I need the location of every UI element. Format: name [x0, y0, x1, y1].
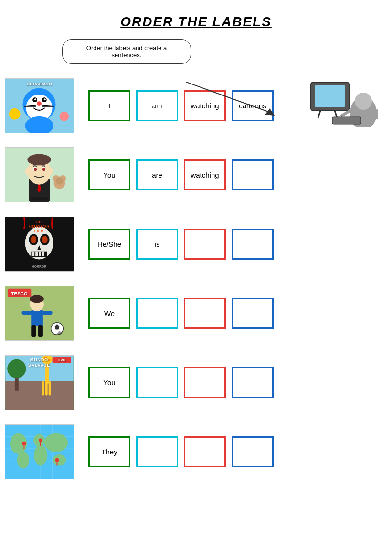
svg-line-0	[186, 82, 272, 113]
exercise-row-2: MR.BEAN You are watching	[0, 143, 392, 207]
map-image	[5, 425, 74, 479]
label-text-1-1: I	[108, 102, 110, 110]
exercise-row-3: THE HORROR FILM HORROR He/She is	[0, 212, 392, 276]
label-text-6-1: They	[101, 448, 117, 456]
exercise-rows: DORAEMON I am watching cartoons	[0, 74, 392, 484]
row-6-labels: They	[88, 436, 392, 467]
svg-point-38	[49, 168, 53, 175]
svg-point-27	[59, 112, 69, 121]
svg-text:DORAEMON: DORAEMON	[27, 82, 52, 86]
label-text-2-2: are	[152, 171, 162, 179]
svg-rect-3	[315, 85, 345, 107]
instructions-arrow	[186, 77, 282, 116]
svg-point-102	[17, 452, 30, 469]
svg-rect-55	[39, 252, 41, 256]
svg-point-65	[30, 295, 44, 303]
svg-point-106	[53, 454, 66, 466]
label-box-4-2[interactable]	[136, 298, 178, 329]
label-box-4-1[interactable]: We	[88, 298, 130, 329]
exercise-row-6: They	[0, 420, 392, 484]
row-4-labels: We	[88, 298, 392, 329]
row-2-labels: You are watching	[88, 159, 392, 190]
exercise-row-5: MUNDO SALVAJE DVD You	[0, 350, 392, 415]
label-text-2-3: watching	[191, 171, 219, 179]
label-box-2-1[interactable]: You	[88, 159, 130, 190]
label-box-6-4[interactable]	[232, 436, 274, 467]
label-box-4-3[interactable]	[184, 298, 226, 329]
svg-point-86	[7, 359, 26, 378]
label-box-5-4[interactable]	[232, 367, 274, 398]
label-text-2-1: You	[103, 171, 115, 179]
label-text-1-2: am	[152, 102, 162, 110]
label-text-4-1: We	[104, 309, 115, 317]
label-box-1-1[interactable]: I	[88, 90, 130, 121]
svg-rect-84	[49, 381, 51, 395]
page-title: ORDER THE LABELS	[0, 14, 392, 30]
label-box-3-2[interactable]: is	[136, 229, 178, 260]
svg-rect-68	[22, 311, 32, 315]
row-2-image: MR.BEAN	[5, 147, 74, 202]
svg-text:FILM: FILM	[34, 229, 44, 232]
svg-rect-66	[31, 325, 36, 337]
instructions-box: Order the labels and create a sentences.	[62, 39, 191, 64]
svg-text:DVD: DVD	[58, 358, 66, 362]
cartoon-image: DORAEMON	[5, 79, 74, 133]
label-box-2-3[interactable]: watching	[184, 159, 226, 190]
svg-text:MUNDO: MUNDO	[30, 358, 48, 362]
svg-line-8	[342, 111, 350, 116]
svg-point-49	[31, 236, 36, 243]
svg-point-20	[37, 101, 42, 106]
label-box-1-2[interactable]: am	[136, 90, 178, 121]
svg-point-7	[355, 93, 372, 110]
svg-text:MR.BEAN: MR.BEAN	[31, 196, 48, 200]
label-text-5-1: You	[103, 379, 115, 387]
exercise-row-4: TESCO We	[0, 281, 392, 346]
svg-text:HORROR: HORROR	[32, 265, 47, 268]
svg-text:HORROR: HORROR	[28, 224, 50, 229]
label-box-6-3[interactable]	[184, 436, 226, 467]
svg-point-81	[48, 359, 50, 361]
tv-character-icon	[306, 80, 378, 127]
label-box-2-2[interactable]: are	[136, 159, 178, 190]
svg-point-18	[34, 98, 36, 100]
label-box-6-2[interactable]	[136, 436, 178, 467]
svg-point-50	[42, 236, 48, 243]
svg-text:TESCO: TESCO	[11, 291, 28, 296]
row-5-labels: You	[88, 367, 392, 398]
svg-point-35	[34, 168, 37, 171]
svg-point-37	[25, 168, 30, 175]
svg-point-19	[44, 98, 46, 100]
mrbean-image: MR.BEAN	[5, 148, 74, 202]
svg-point-36	[42, 168, 45, 171]
svg-rect-10	[332, 117, 361, 124]
row-1-image: DORAEMON	[5, 78, 74, 133]
label-box-6-1[interactable]: They	[88, 436, 130, 467]
svg-rect-53	[32, 252, 34, 256]
svg-rect-56	[42, 252, 44, 256]
svg-text:SALVAJE: SALVAJE	[28, 363, 50, 368]
svg-point-39	[27, 154, 51, 166]
label-box-3-3[interactable]	[184, 229, 226, 260]
nature-image: MUNDO SALVAJE DVD	[5, 356, 74, 410]
label-box-4-4[interactable]	[232, 298, 274, 329]
svg-rect-69	[42, 311, 53, 315]
row-3-image: THE HORROR FILM HORROR	[5, 217, 74, 272]
row-5-image: MUNDO SALVAJE DVD	[5, 355, 74, 410]
svg-marker-1	[265, 108, 275, 116]
svg-point-104	[34, 445, 47, 465]
label-box-5-3[interactable]	[184, 367, 226, 398]
label-text-3-2: is	[155, 240, 160, 248]
svg-rect-63	[31, 310, 43, 326]
svg-point-26	[9, 108, 21, 120]
label-box-5-2[interactable]	[136, 367, 178, 398]
svg-point-105	[44, 433, 68, 452]
label-box-5-1[interactable]: You	[88, 367, 130, 398]
svg-rect-54	[35, 252, 38, 256]
row-4-image: TESCO	[5, 286, 74, 341]
label-box-3-1[interactable]: He/She	[88, 229, 130, 260]
label-box-2-4[interactable]	[232, 159, 274, 190]
svg-point-43	[56, 177, 64, 185]
svg-rect-83	[45, 381, 48, 395]
row-3-labels: He/She is	[88, 229, 392, 260]
label-box-3-4[interactable]	[232, 229, 274, 260]
